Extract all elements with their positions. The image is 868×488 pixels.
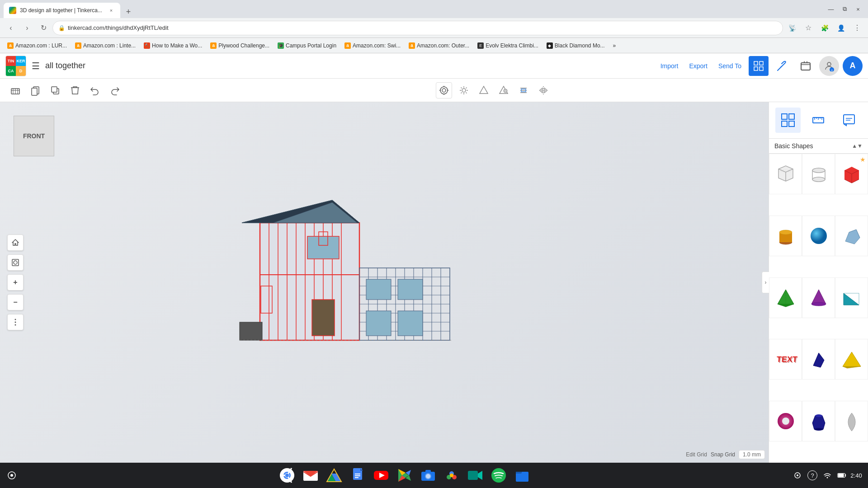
tinkercad-logo[interactable]: TIN KER CA D (5, 56, 26, 76)
shape-cylinder[interactable] (769, 216, 802, 256)
redo-tool[interactable] (107, 82, 123, 99)
gallery-button[interactable] (796, 56, 816, 76)
youtube-app[interactable] (372, 466, 390, 484)
copy-tool[interactable] (47, 82, 63, 99)
shape-box-hole[interactable] (769, 154, 802, 194)
menu-list-icon[interactable]: ☰ (32, 61, 40, 71)
cast-button[interactable]: 📡 (785, 21, 799, 35)
files-app[interactable] (513, 466, 531, 484)
user-avatar[interactable]: A (843, 56, 863, 76)
shape-tc-logo[interactable] (835, 216, 868, 256)
svg-point-41 (15, 322, 16, 323)
tab-close-button[interactable]: × (108, 7, 115, 14)
spotify-app[interactable] (490, 466, 508, 484)
chrome-app[interactable] (278, 466, 296, 484)
reload-button[interactable]: ↻ (36, 21, 51, 35)
snap-grid-value[interactable]: 1.0 mm (739, 450, 765, 459)
shape-torus[interactable] (769, 401, 802, 441)
bookmark-blackdiamond[interactable]: ◆ Black Diamond Mo... (543, 40, 609, 52)
extensions-button[interactable]: 🧩 (817, 21, 832, 35)
shape-cone-purple[interactable] (802, 277, 835, 318)
svg-point-99 (812, 177, 825, 182)
delete-tool[interactable] (67, 82, 83, 99)
wifi-icon[interactable] (823, 471, 832, 480)
shapes-panel-button[interactable] (775, 108, 801, 133)
bookmark-amazon2[interactable]: a Amazon.com : Linte... (71, 40, 139, 52)
user-profile-button[interactable]: + (819, 56, 839, 76)
shape-bullet[interactable] (835, 401, 868, 441)
playstore-app[interactable] (396, 466, 414, 484)
help-tray-icon[interactable]: ? (807, 470, 817, 480)
shape-cylinder-hole[interactable] (802, 154, 835, 194)
system-tray-icon[interactable] (7, 471, 16, 480)
more-options-button[interactable] (7, 314, 24, 330)
address-bar[interactable]: 🔒 tinkercad.com/things/dhdXydjRtTL/edit (52, 21, 783, 35)
docs-app[interactable] (349, 466, 367, 484)
forward-button[interactable]: › (20, 21, 34, 35)
workplane-tool[interactable] (7, 82, 24, 99)
shape-pyramid-green[interactable] (769, 277, 802, 318)
shape-red-box[interactable]: ★ (835, 154, 868, 194)
bookmark-amazon3[interactable]: a Amazon.com: Swi... (341, 40, 404, 52)
minimize-button[interactable]: — (825, 3, 837, 15)
shape-pipe-blue[interactable] (802, 401, 835, 441)
fit-view-button[interactable] (7, 254, 24, 271)
camera-app[interactable] (419, 466, 437, 484)
photos-app[interactable] (443, 466, 461, 484)
panel-collapse-button[interactable]: › (762, 272, 769, 293)
bookmark-plywood[interactable]: a Plywood Challenge... (207, 40, 273, 52)
profile-button[interactable]: 👤 (834, 21, 848, 35)
view-cube-front[interactable]: FRONT (14, 116, 54, 156)
paste-tool[interactable] (27, 82, 43, 99)
shape-tool[interactable] (476, 82, 492, 99)
new-tab-button[interactable]: + (122, 5, 135, 18)
active-tab[interactable]: 3D design all together | Tinkerca... × (4, 3, 120, 18)
shapes-category-dropdown[interactable]: Basic Shapes ▲▼ (769, 139, 868, 154)
mirror-tool[interactable] (535, 82, 552, 99)
align-tool[interactable] (515, 82, 532, 99)
maximize-button[interactable]: ⧉ (838, 3, 851, 15)
export-button[interactable]: Export (685, 61, 711, 71)
grid-view-button[interactable] (749, 56, 769, 76)
svg-point-14 (442, 89, 446, 92)
settings-tray-icon[interactable] (793, 471, 802, 480)
drive-app[interactable] (325, 466, 343, 484)
shapes-grid: ★ (769, 154, 868, 463)
bookmark-woodwork[interactable]: 🔨 How to Make a Wo... (140, 40, 206, 52)
home-view-button[interactable] (7, 235, 24, 251)
menu-button[interactable]: ⋮ (850, 21, 864, 35)
zoom-out-button[interactable]: − (7, 294, 24, 310)
close-button[interactable]: × (852, 3, 864, 15)
bookmark-amazon4[interactable]: a Amazon.com: Outer... (405, 40, 473, 52)
group-tool[interactable] (495, 82, 512, 99)
3d-model[interactable] (233, 196, 459, 369)
gmail-app[interactable] (302, 466, 320, 484)
light-tool[interactable] (456, 82, 472, 99)
canvas-area[interactable]: FRONT (0, 102, 769, 463)
project-title[interactable]: all together (45, 61, 85, 70)
bookmark-more[interactable]: » (609, 40, 620, 52)
ruler-panel-button[interactable] (806, 108, 831, 133)
shape-sphere[interactable] (802, 216, 835, 256)
shape-wedge-teal[interactable] (835, 277, 868, 318)
shape-text-3d[interactable]: TEXT TEXT (769, 339, 802, 380)
svg-rect-127 (355, 475, 360, 476)
notes-panel-button[interactable] (836, 108, 862, 133)
back-button[interactable]: ‹ (4, 21, 18, 35)
view-cube[interactable]: FRONT (14, 116, 54, 156)
meet-app[interactable] (466, 466, 484, 484)
camera-tool[interactable] (436, 82, 452, 99)
zoom-in-button[interactable]: + (7, 274, 24, 291)
battery-icon[interactable] (837, 471, 846, 480)
bookmark-button[interactable]: ☆ (801, 21, 816, 35)
shape-pyramid-yellow[interactable] (835, 339, 868, 380)
undo-tool[interactable] (87, 82, 103, 99)
edit-grid-button[interactable]: Edit Grid (686, 451, 707, 458)
bookmark-evolv[interactable]: E Evolv Elektra Climbi... (474, 40, 542, 52)
bookmark-amazon1[interactable]: a Amazon.com : LUR... (4, 40, 71, 52)
bookmark-campus[interactable]: 🎓 Campus Portal Login (274, 40, 340, 52)
sendto-button[interactable]: Send To (715, 61, 745, 71)
import-button[interactable]: Import (657, 61, 682, 71)
shape-prism-blue[interactable] (802, 339, 835, 380)
tools-button[interactable] (772, 56, 792, 76)
